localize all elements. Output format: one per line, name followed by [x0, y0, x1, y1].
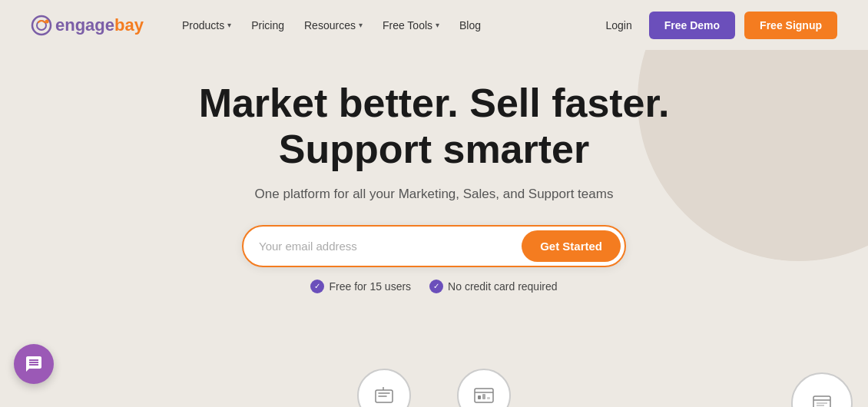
feature-icon-1: [357, 369, 411, 407]
nav-free-tools[interactable]: Free Tools ▾: [375, 15, 447, 36]
hero-subtitle: One platform for all your Marketing, Sal…: [255, 187, 614, 202]
nav-actions: Login Free Demo Free Signup: [598, 12, 837, 39]
trust-badges: ✓ Free for 15 users ✓ No credit card req…: [310, 280, 557, 293]
chat-widget[interactable]: [14, 344, 54, 384]
svg-point-2: [45, 19, 49, 23]
logo-icon: [31, 15, 52, 36]
hero-title: Market better. Sell faster. Support smar…: [199, 81, 670, 173]
get-started-button[interactable]: Get Started: [522, 230, 621, 262]
svg-rect-8: [487, 397, 490, 399]
logo-bay-text: bay: [114, 15, 144, 35]
badge-free-users: ✓ Free for 15 users: [310, 280, 411, 293]
nav-blog[interactable]: Blog: [452, 15, 489, 36]
nav-links: Products ▾ Pricing Resources ▾ Free Tool…: [174, 15, 598, 36]
nav-pricing[interactable]: Pricing: [244, 15, 292, 36]
bottom-icons: [0, 369, 868, 407]
email-input[interactable]: [259, 240, 522, 253]
free-signup-button[interactable]: Free Signup: [744, 12, 837, 39]
chat-icon: [25, 355, 43, 373]
navbar: engagebay Products ▾ Pricing Resources ▾…: [0, 0, 868, 50]
free-demo-button[interactable]: Free Demo: [649, 12, 735, 39]
chevron-down-icon: ▾: [359, 21, 363, 29]
svg-rect-6: [478, 395, 481, 399]
hero-section: Market better. Sell faster. Support smar…: [0, 50, 868, 293]
svg-rect-7: [482, 394, 485, 399]
login-button[interactable]: Login: [598, 15, 639, 36]
feature-icon-3: [791, 372, 853, 407]
nav-resources[interactable]: Resources ▾: [297, 15, 370, 36]
badge-no-credit-card: ✓ No credit card required: [429, 280, 557, 293]
chevron-down-icon: ▾: [436, 21, 439, 29]
feature-icon-2: [457, 369, 511, 407]
logo[interactable]: engagebay: [31, 15, 144, 36]
svg-point-0: [32, 16, 51, 35]
nav-products[interactable]: Products ▾: [174, 15, 239, 36]
chevron-down-icon: ▾: [227, 21, 231, 29]
check-icon: ✓: [429, 280, 443, 293]
email-form: Get Started: [242, 225, 626, 267]
logo-engage-text: engage: [55, 15, 114, 35]
check-icon: ✓: [310, 280, 324, 293]
